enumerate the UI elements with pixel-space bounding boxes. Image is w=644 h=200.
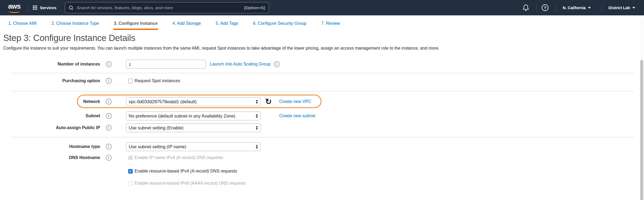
row-divider <box>11 91 634 91</box>
info-icon[interactable] <box>106 99 112 105</box>
page-description: Configure the instance to suit your requ… <box>3 46 617 51</box>
hostname-type-value: Use subnet setting (IP name) <box>129 144 186 149</box>
subnet-label: Subnet <box>0 113 100 118</box>
services-label: Services <box>40 5 57 10</box>
number-of-instances-input[interactable] <box>126 60 206 69</box>
info-icon[interactable] <box>106 61 112 67</box>
page-title: Step 3: Configure Instance Details <box>3 33 135 43</box>
tab-configure-security-group[interactable]: 6. Configure Security Group <box>253 15 307 29</box>
select-arrows-icon <box>256 126 258 130</box>
search-placeholder: Search for services, features, blogs, do… <box>76 5 241 10</box>
enable-ip-name-ipv4-label: Enable IP name IPv4 (A record) DNS reque… <box>135 155 223 160</box>
services-menu-button[interactable]: Services <box>33 0 57 15</box>
request-spot-instances-checkbox[interactable] <box>128 79 133 83</box>
search-icon <box>69 6 73 10</box>
enable-resource-ipv4-checkbox[interactable] <box>128 169 133 174</box>
enable-ip-name-ipv4-checkbox <box>128 156 133 160</box>
info-icon[interactable] <box>274 61 280 67</box>
bell-icon <box>522 4 529 12</box>
auto-assign-public-ip-select[interactable]: Use subnet setting (Enable) <box>126 123 261 132</box>
info-icon[interactable] <box>106 144 112 150</box>
network-selected-value: vpc-0d033d287579eabd1 (default) <box>129 99 197 104</box>
notifications-button[interactable] <box>522 0 529 15</box>
region-selector[interactable]: N. California <box>563 0 591 15</box>
region-label: N. California <box>563 6 586 10</box>
services-grid-icon <box>33 5 37 10</box>
nav-divider <box>602 4 603 12</box>
account-label: District Lab <box>608 6 630 10</box>
launch-into-asg-link[interactable]: Launch into Auto Scaling Group <box>210 62 271 67</box>
help-button[interactable] <box>542 0 548 15</box>
hostname-type-select[interactable]: Use subnet setting (IP name) <box>126 142 261 151</box>
help-icon <box>542 4 548 11</box>
dns-hostname-label: DNS Hostname <box>0 155 100 160</box>
info-icon[interactable] <box>106 113 112 119</box>
subnet-select[interactable]: No preference (default subnet in any Ava… <box>126 112 261 120</box>
network-label: Network <box>0 99 100 104</box>
network-select[interactable]: vpc-0d033d287579eabd1 (default) <box>126 97 261 106</box>
tab-add-tags[interactable]: 5. Add Tags <box>215 15 239 29</box>
aws-logo[interactable]: aws <box>8 3 25 13</box>
tab-configure-instance[interactable]: 3. Configure Instance <box>113 15 158 30</box>
enable-resource-ipv4-label[interactable]: Enable resource-based IPv4 (A record) DN… <box>135 169 237 174</box>
row-purchasing-option: Purchasing option Request Spot instances <box>0 76 644 85</box>
enable-resource-ipv6-checkbox <box>128 181 133 186</box>
create-new-subnet-link[interactable]: Create new subnet <box>279 113 315 118</box>
row-divider <box>11 73 634 73</box>
row-auto-assign-public-ip: Auto-assign Public IP Use subnet setting… <box>0 123 644 132</box>
tab-choose-instance-type[interactable]: 2. Choose Instance Type <box>51 15 100 29</box>
search-input[interactable]: Search for services, features, blogs, do… <box>65 2 269 13</box>
hostname-type-label: Hostname type <box>0 144 100 149</box>
enable-resource-ipv6-label: Enable resource-based IPv6 (AAAA record)… <box>135 181 246 186</box>
request-spot-instances-label[interactable]: Request Spot instances <box>135 78 180 83</box>
nav-divider <box>537 4 537 12</box>
chevron-down-icon <box>632 7 635 9</box>
row-subnet: Subnet No preference (default subnet in … <box>0 111 644 120</box>
chevron-down-icon <box>588 7 591 9</box>
nav-divider <box>28 4 28 12</box>
vertical-scrollbar-track[interactable] <box>639 15 644 200</box>
subnet-selected-value: No preference (default subnet in any Ava… <box>129 113 235 119</box>
info-icon[interactable] <box>106 125 112 131</box>
auto-assign-public-ip-label: Auto-assign Public IP <box>0 125 100 130</box>
wizard-step-tabs: 1. Choose AMI 2. Choose Instance Type 3.… <box>0 15 644 30</box>
row-dns-resource-ipv4: Enable resource-based IPv4 (A record) DN… <box>0 167 644 176</box>
info-icon[interactable] <box>106 78 112 84</box>
row-number-of-instances: Number of instances Launch into Auto Sca… <box>0 60 644 69</box>
tab-add-storage[interactable]: 4. Add Storage <box>172 15 201 29</box>
row-dns-hostname: DNS Hostname Enable IP name IPv4 (A reco… <box>0 153 644 162</box>
info-icon[interactable] <box>106 155 112 161</box>
ec2-launch-wizard-screen: aws Services Search for services, featur… <box>0 0 644 200</box>
account-selector[interactable]: District Lab <box>608 0 635 15</box>
select-arrows-icon <box>256 100 258 104</box>
row-dns-resource-ipv6: Enable resource-based IPv6 (AAAA record)… <box>0 179 644 188</box>
top-navbar: aws Services Search for services, featur… <box>0 0 644 15</box>
search-shortcut-hint: [Option+S] <box>244 5 265 10</box>
nav-divider <box>556 4 556 12</box>
tab-review[interactable]: 7. Review <box>321 15 341 29</box>
purchasing-option-label: Purchasing option <box>0 78 100 83</box>
vertical-scrollbar-thumb[interactable] <box>640 60 643 200</box>
asg-link-group: Launch into Auto Scaling Group <box>210 61 280 67</box>
row-hostname-type: Hostname type Use subnet setting (IP nam… <box>0 142 644 151</box>
aws-smile-icon <box>9 10 20 13</box>
refresh-vpc-icon[interactable] <box>265 98 272 106</box>
auto-assign-public-ip-value: Use subnet setting (Enable) <box>129 125 184 130</box>
select-arrows-icon <box>256 114 258 118</box>
select-arrows-icon <box>256 145 258 149</box>
tab-choose-ami[interactable]: 1. Choose AMI <box>8 15 37 29</box>
number-of-instances-label: Number of instances <box>0 62 100 67</box>
row-divider <box>11 137 634 137</box>
row-network: Network vpc-0d033d287579eabd1 (default) … <box>0 97 644 106</box>
create-new-vpc-link[interactable]: Create new VPC <box>279 99 311 104</box>
aws-logo-text: aws <box>8 3 25 10</box>
